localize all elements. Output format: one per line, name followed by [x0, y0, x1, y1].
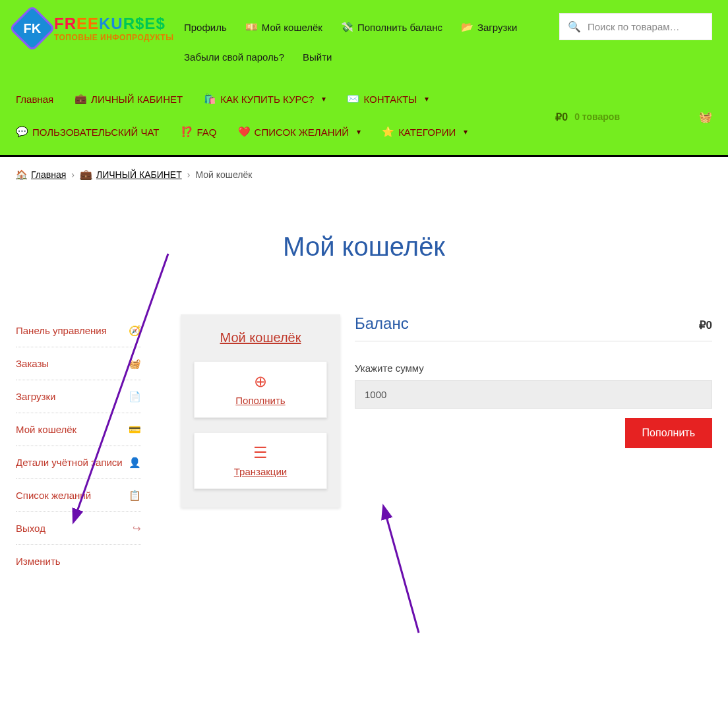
logo-badge-icon: FK: [9, 5, 56, 52]
search-icon: 🔍: [568, 20, 581, 33]
file-icon: 📄: [129, 391, 141, 403]
account-sidebar: Панель управления🧭 Заказы🧺 Загрузки📄 Мой…: [16, 314, 141, 577]
breadcrumb-current: Мой кошелёк: [195, 169, 252, 180]
nav-wishlist[interactable]: ❤️СПИСОК ЖЕЛАНИЙ▾: [238, 126, 361, 138]
wallet-panel-title: Мой кошелёк: [194, 330, 327, 345]
logo-subtitle: ТОПОВЫЕ ИНФОПРОДУКТЫ: [54, 33, 173, 42]
sidebar-item-wishlist[interactable]: Список желаний📋: [16, 479, 141, 512]
bags-icon: 🛍️: [204, 93, 216, 105]
sidebar-item-account[interactable]: Детали учётной записи👤: [16, 446, 141, 479]
sidebar-item-change[interactable]: Изменить: [16, 545, 141, 577]
balance-label: Баланс: [355, 314, 409, 333]
list-icon: 📋: [129, 490, 141, 502]
topup-submit-button[interactable]: Пополнить: [625, 418, 712, 448]
balance-amount: ₽0: [699, 318, 712, 332]
star-icon: ⭐: [382, 126, 394, 138]
sidebar-item-dashboard[interactable]: Панель управления🧭: [16, 314, 141, 347]
wallet-topup-button[interactable]: ⊕ Пополнить: [194, 361, 327, 418]
nav-howbuy[interactable]: 🛍️КАК КУПИТЬ КУРС?▾: [204, 93, 326, 105]
yen-icon: 💴: [245, 21, 258, 33]
logout-icon: ↪: [133, 523, 141, 535]
top-menu-downloads[interactable]: 📂Загрузки: [461, 21, 517, 33]
envelope-icon: ✉️: [347, 93, 359, 105]
cart[interactable]: ₽0 0 товаров 🧺: [555, 111, 712, 123]
nav-chat[interactable]: 💬ПОЛЬЗОВАТЕЛЬСКИЙ ЧАТ: [16, 126, 160, 138]
sidebar-item-orders[interactable]: Заказы🧺: [16, 347, 141, 380]
chevron-down-icon: ▾: [322, 94, 326, 103]
chevron-down-icon: ▾: [357, 127, 361, 136]
folder-icon: 📂: [461, 21, 473, 33]
top-menu-forgot[interactable]: Забыли свой пароль?: [184, 51, 284, 63]
wallet-panel: Мой кошелёк ⊕ Пополнить ☰ Транзакции: [181, 314, 340, 508]
basket-icon: 🧺: [699, 111, 712, 123]
nav-account[interactable]: 💼ЛИЧНЫЙ КАБИНЕТ: [75, 93, 183, 105]
money-wings-icon: 💸: [341, 21, 353, 33]
wallet-icon: 💳: [129, 424, 141, 436]
nav-contacts[interactable]: ✉️КОНТАКТЫ▾: [347, 93, 429, 105]
chevron-down-icon: ▾: [464, 127, 468, 136]
nav-faq[interactable]: ⁉️FAQ: [181, 126, 217, 138]
top-menu-wallet[interactable]: 💴Мой кошелёк: [245, 21, 322, 33]
search[interactable]: 🔍: [559, 13, 712, 40]
list-icon: ☰: [205, 444, 316, 462]
amount-input[interactable]: [355, 380, 712, 409]
nav-categories[interactable]: ⭐КАТЕГОРИИ▾: [382, 126, 468, 138]
breadcrumb: 🏠Главная › 💼ЛИЧНЫЙ КАБИНЕТ › Мой кошелёк: [0, 157, 728, 192]
amount-label: Укажите сумму: [355, 362, 712, 374]
heart-icon: ❤️: [238, 126, 251, 138]
sidebar-item-wallet[interactable]: Мой кошелёк💳: [16, 413, 141, 446]
breadcrumb-account[interactable]: 💼ЛИЧНЫЙ КАБИНЕТ: [80, 169, 182, 181]
cart-amount: ₽0: [555, 111, 568, 123]
speech-icon: 💬: [16, 126, 28, 138]
logo-title: FREEKUR$E$: [54, 14, 173, 33]
nav-home[interactable]: Главная: [16, 93, 53, 105]
chevron-down-icon: ▾: [425, 94, 429, 103]
briefcase-icon: 💼: [80, 169, 92, 181]
exclaim-icon: ⁉️: [181, 126, 193, 138]
breadcrumb-home[interactable]: 🏠Главная: [16, 169, 66, 180]
briefcase-icon: 💼: [75, 93, 87, 105]
top-menu-logout[interactable]: Выйти: [303, 51, 332, 63]
wallet-transactions-button[interactable]: ☰ Транзакции: [194, 432, 327, 489]
dashboard-icon: 🧭: [129, 325, 141, 337]
logo[interactable]: FK FREEKUR$E$ ТОПОВЫЕ ИНФОПРОДУКТЫ: [16, 12, 184, 45]
sidebar-item-logout[interactable]: Выход↪: [16, 512, 141, 545]
search-input[interactable]: [588, 21, 704, 32]
top-menu-topup[interactable]: 💸Пополнить баланс: [341, 21, 442, 33]
home-icon: 🏠: [16, 169, 27, 180]
top-menu-profile[interactable]: Профиль: [184, 21, 227, 33]
cart-items: 0 товаров: [574, 111, 620, 122]
basket-icon: 🧺: [129, 358, 141, 370]
user-icon: 👤: [129, 457, 141, 469]
sidebar-item-downloads[interactable]: Загрузки📄: [16, 380, 141, 413]
plus-circle-icon: ⊕: [205, 372, 316, 391]
page-title: Мой кошелёк: [0, 232, 728, 262]
